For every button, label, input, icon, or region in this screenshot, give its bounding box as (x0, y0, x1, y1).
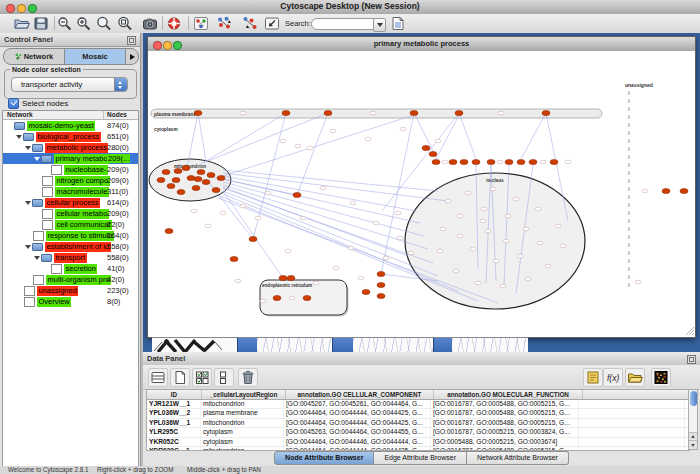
network-node-selected[interactable] (162, 169, 170, 174)
network-node-selected[interactable] (542, 110, 550, 115)
network-node[interactable] (517, 254, 523, 258)
network-node[interactable] (285, 249, 291, 253)
background-window-preview[interactable] (353, 337, 433, 352)
network-node[interactable] (330, 129, 336, 133)
network-node-selected[interactable] (472, 159, 480, 164)
network-node-selected[interactable] (194, 110, 202, 115)
tree-row[interactable]: primary metabo209(... (3, 153, 138, 164)
network-node[interactable] (440, 227, 446, 231)
network-node[interactable] (480, 219, 486, 223)
tree-row[interactable]: secretion41(0) (3, 263, 138, 274)
network-edge[interactable] (297, 113, 328, 195)
network-node[interactable] (560, 244, 566, 248)
network-node[interactable] (280, 139, 286, 143)
network-node-selected[interactable] (293, 192, 301, 197)
network-node[interactable] (295, 144, 301, 148)
window-titlebar[interactable]: Cytoscape Desktop (New Session) (0, 0, 700, 15)
attribute-table[interactable]: ID_cellularLayoutRegionannotation.GO CEL… (146, 389, 690, 451)
network-node[interactable] (435, 139, 441, 143)
network-node-selected[interactable] (303, 295, 311, 300)
network-edge[interactable] (188, 113, 198, 163)
network-node-selected[interactable] (429, 151, 437, 156)
table-column-header[interactable]: _cellularLayoutRegion (202, 390, 286, 399)
network-canvas[interactable]: plasma membrane cytoplasm mitochondrion … (148, 51, 695, 336)
network-node-selected[interactable] (460, 159, 468, 164)
scroll-down-button[interactable] (689, 440, 697, 449)
network-node[interactable] (365, 137, 371, 141)
network-node[interactable] (503, 239, 509, 243)
network-node[interactable] (445, 199, 451, 203)
network-overview-icon[interactable] (193, 16, 209, 31)
network-node[interactable] (255, 216, 261, 220)
apply-preferred-layout-icon[interactable] (216, 16, 232, 31)
network-node-selected[interactable] (187, 175, 195, 180)
tree-expander-icon[interactable] (24, 146, 32, 150)
network-node[interactable] (493, 259, 499, 263)
help-icon[interactable] (166, 16, 182, 31)
network-node[interactable] (453, 269, 459, 273)
network-node[interactable] (540, 160, 546, 164)
tree-row[interactable]: unassigned223(0) (3, 285, 138, 296)
network-edge[interactable] (223, 188, 433, 263)
tree-expander-icon[interactable] (15, 135, 23, 139)
network-window-titlebar[interactable]: primary metabolic process (148, 37, 695, 52)
background-window-preview[interactable] (257, 337, 332, 352)
notes-icon[interactable] (583, 368, 603, 387)
table-column-header[interactable]: ID (147, 390, 202, 399)
network-node[interactable] (457, 214, 463, 218)
tree-row[interactable]: cellular process614(0) (3, 197, 138, 208)
network-edge[interactable] (198, 113, 206, 161)
network-node[interactable] (437, 249, 443, 253)
node-color-dropdown[interactable]: transporter activity (11, 77, 128, 92)
network-node-selected[interactable] (680, 188, 688, 193)
network-node[interactable] (260, 299, 266, 303)
network-node[interactable] (265, 191, 271, 195)
select-attributes-icon[interactable] (192, 368, 212, 387)
network-node[interactable] (555, 224, 561, 228)
network-node-selected[interactable] (157, 177, 165, 182)
network-node[interactable] (307, 146, 313, 150)
tab-network[interactable]: Network (4, 49, 64, 64)
network-node-selected[interactable] (410, 110, 418, 115)
network-node-selected[interactable] (202, 179, 210, 184)
network-node-selected[interactable] (662, 188, 670, 193)
network-node-selected[interactable] (287, 275, 295, 280)
network-node[interactable] (505, 214, 511, 218)
network-node[interactable] (358, 276, 364, 280)
unselect-attributes-icon[interactable] (214, 368, 234, 387)
table-row[interactable]: YJR121W__1mitochondrion[GO:0045267, GO:0… (147, 400, 689, 409)
tab-edge-attribute-browser[interactable]: Edge Attribute Browser (374, 451, 467, 465)
network-node-selected[interactable] (282, 110, 290, 115)
table-row[interactable]: YKR052Ccytoplasm[GO:0044464, GO:0044446,… (147, 438, 689, 447)
network-node[interactable] (289, 296, 295, 300)
tree-row[interactable]: metabolic process280(0) (3, 142, 138, 153)
network-node[interactable] (490, 187, 496, 191)
network-node-selected[interactable] (273, 295, 281, 300)
attribute-table-header[interactable]: ID_cellularLayoutRegionannotation.GO CEL… (147, 390, 689, 400)
network-node-selected[interactable] (529, 159, 537, 164)
network-node-selected[interactable] (422, 145, 430, 150)
resize-grip-icon[interactable] (686, 327, 694, 335)
tree-expander-icon[interactable] (24, 201, 32, 205)
network-node[interactable] (481, 207, 487, 211)
network-node-selected[interactable] (192, 185, 200, 190)
zoom-in-icon[interactable] (76, 16, 92, 31)
select-nodes-checkbox[interactable] (8, 98, 19, 109)
network-node[interactable] (642, 189, 648, 193)
network-node-selected[interactable] (194, 176, 202, 181)
save-session-icon[interactable] (33, 16, 49, 31)
network-edge[interactable] (203, 113, 328, 163)
network-node[interactable] (537, 241, 543, 245)
tree-expander-icon[interactable] (33, 157, 41, 161)
network-node[interactable] (475, 281, 481, 285)
table-column-header[interactable] (583, 390, 690, 399)
annotation-icon[interactable] (264, 16, 280, 31)
network-node[interactable] (240, 111, 246, 115)
network-edge[interactable] (223, 115, 414, 176)
network-node[interactable] (400, 127, 406, 131)
network-node[interactable] (373, 221, 379, 225)
network-node-selected[interactable] (362, 289, 370, 294)
network-node-selected[interactable] (174, 168, 182, 173)
tree-expander-icon[interactable] (24, 245, 32, 249)
tree-row[interactable]: transport558(0) (3, 252, 138, 263)
